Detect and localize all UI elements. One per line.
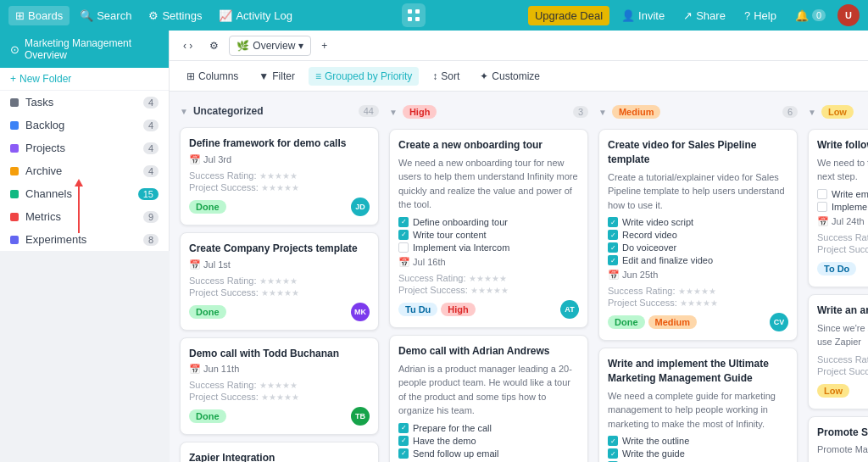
share-button[interactable]: ↗ Share (676, 6, 732, 25)
card-desc: We need a complete guide for marketing m… (608, 389, 788, 431)
checklist-label: Define onboarding tour (413, 217, 508, 227)
new-folder-button[interactable]: + New Folder (0, 68, 169, 91)
columns-button[interactable]: ⊞ Columns (180, 67, 245, 86)
card-desc: Adrian is a product manager leading a 20… (398, 362, 579, 418)
notifications-button[interactable]: 🔔 0 (788, 6, 832, 25)
sidebar-item-backlog[interactable]: Backlog 4 (0, 114, 169, 136)
sort-button[interactable]: ↕ Sort (426, 67, 466, 86)
share-label: Share (696, 9, 726, 22)
grouped-priority-button[interactable]: ≡ Grouped by Priority (309, 67, 419, 86)
checklist-label: Record video (622, 230, 677, 240)
card-title: Create Company Projects template (189, 242, 370, 256)
sidebar-item-projects[interactable]: Projects 4 (0, 136, 169, 159)
sidebar-item-tasks[interactable]: Tasks 4 (0, 91, 169, 114)
toolbar: ⊞ Columns ▼ Filter ≡ Grouped by Priority… (170, 61, 868, 92)
checklist-item-1: ✓ Write the outline (608, 436, 788, 446)
overview-tab[interactable]: 🌿 Overview ▾ (229, 36, 311, 56)
sidebar-icon: ⊙ (10, 43, 19, 56)
kanban-board: ▼ Uncategorized 44 Define framework for … (170, 92, 868, 462)
sidebar-item-experiments[interactable]: Experiments 8 (0, 228, 169, 251)
card-define-framework[interactable]: Define framework for demo calls 📅 Jul 3r… (180, 127, 379, 225)
back-button[interactable]: ‹ › (176, 36, 199, 55)
card-demo-call-adrian[interactable]: Demo call with Adrian Andrews Adrian is … (389, 335, 588, 462)
activity-log-nav-item[interactable]: 📈 Activity Log (212, 6, 298, 25)
chevron-down-icon[interactable]: ▼ (180, 107, 188, 116)
card-sales-pipeline-video[interactable]: Create video for Sales Pipeline template… (598, 129, 798, 341)
sidebar-item-metrics[interactable]: Metrics 9 (0, 205, 169, 228)
avatar[interactable]: U (837, 4, 860, 26)
experiments-label: Experiments (25, 233, 86, 246)
checkbox-unchecked-icon (817, 189, 827, 199)
checkbox-unchecked-icon (398, 242, 409, 253)
search-nav-item[interactable]: 🔍 Search (73, 6, 138, 25)
backlog-dot (10, 121, 19, 130)
customize-button[interactable]: ✦ Customize (473, 67, 547, 86)
checkbox-checked-icon: ✓ (398, 448, 409, 459)
low-badge: Low (821, 105, 854, 119)
checklist-item-3: ✓ Send follow up email (398, 448, 579, 459)
high-badge: High (403, 105, 437, 119)
checkbox-checked-icon: ✓ (608, 230, 618, 240)
checklist-label: Edit and finalize video (622, 255, 713, 265)
backlog-count: 4 (143, 120, 159, 131)
card-title: Promote Sales in media (817, 426, 868, 440)
columns-label: Columns (198, 70, 238, 82)
card-rating: Success Rating: ★★★★★ (189, 380, 370, 390)
checklist-label: Write the outline (622, 436, 689, 446)
card-zapier-integration[interactable]: Zapier Integration We believe that Zapie… (180, 442, 379, 462)
card-title: Write follow up (817, 138, 868, 153)
checklist-item-1: ✓ Write video script (608, 217, 788, 227)
checkbox-checked-icon: ✓ (608, 255, 618, 265)
upgrade-button[interactable]: Upgrade Deal (528, 6, 609, 25)
card-write-follow-up[interactable]: Write follow up We need to follow over t… (808, 129, 868, 287)
activity-log-label: Activity Log (236, 9, 292, 22)
card-write-article-integration[interactable]: Write an article integration Since we're… (808, 294, 868, 409)
done-badge: Done (608, 315, 645, 329)
done-badge: Done (189, 305, 226, 319)
group-icon: ≡ (315, 70, 321, 82)
card-rating: Success Rating: ★★★★★ (608, 286, 788, 296)
card-footer: To Do WF (817, 259, 868, 278)
card-date: 📅 Jun 25th (608, 270, 788, 281)
card-marketing-guide[interactable]: Write and implement the Ultimate Marketi… (598, 348, 798, 462)
card-promote-sales[interactable]: Promote Sales in media Promote Marketing… (808, 416, 868, 462)
sidebar-item-archive[interactable]: Archive 4 (0, 159, 169, 182)
svg-rect-2 (415, 9, 420, 14)
card-demo-call-todd[interactable]: Demo call with Todd Buchanan 📅 Jun 11th … (180, 337, 379, 436)
boards-label: Boards (28, 9, 63, 22)
checklist-label: Prepare for the call (413, 423, 492, 433)
app-logo (402, 3, 426, 27)
checklist-item-2: Implement via (817, 202, 868, 212)
sidebar-panel: ⊙ Marketing Management Overview + New Fo… (0, 31, 170, 251)
card-title: Create a new onboarding tour (398, 138, 579, 153)
chevron-down-icon[interactable]: ▼ (598, 108, 607, 117)
tasks-dot (10, 98, 19, 107)
arrow-indicator (75, 179, 83, 233)
checkbox-checked-icon: ✓ (608, 242, 618, 253)
boards-nav-item[interactable]: ⊞ Boards (8, 6, 70, 25)
chevron-down-icon[interactable]: ▼ (808, 108, 816, 117)
settings-nav-item[interactable]: ⚙ Settings (142, 6, 209, 25)
card-footer: Done JD (189, 198, 370, 216)
add-view-button[interactable]: + (314, 36, 334, 55)
invite-label: Invite (638, 9, 665, 22)
card-create-company-projects[interactable]: Create Company Projects template 📅 Jul 1… (180, 232, 379, 331)
card-desc: Since we're soon need to write an e how … (817, 321, 868, 349)
archive-dot (10, 167, 19, 175)
filter-button[interactable]: ▼ Filter (252, 67, 302, 86)
invite-button[interactable]: 👤 Invite (615, 6, 671, 25)
chevron-down-icon[interactable]: ▼ (389, 108, 398, 117)
card-date: 📅 Jul 3rd (189, 154, 370, 165)
sort-icon: ↕ (432, 70, 437, 82)
sidebar-item-channels[interactable]: Channels 15 (0, 182, 169, 205)
checklist-item-2: ✓ Have the demo (398, 436, 579, 446)
uncategorized-title: Uncategorized (193, 105, 264, 117)
checkbox-checked-icon: ✓ (398, 217, 409, 227)
checklist-label: Write video script (622, 217, 693, 227)
settings-button[interactable]: ⚙ (203, 36, 225, 55)
dropdown-icon: ▾ (298, 40, 303, 52)
help-button[interactable]: ? Help (737, 6, 783, 25)
card-onboarding-tour[interactable]: Create a new onboarding tour We need a n… (389, 129, 588, 328)
checkbox-checked-icon: ✓ (608, 448, 618, 459)
checkbox-checked-icon: ✓ (608, 436, 618, 446)
